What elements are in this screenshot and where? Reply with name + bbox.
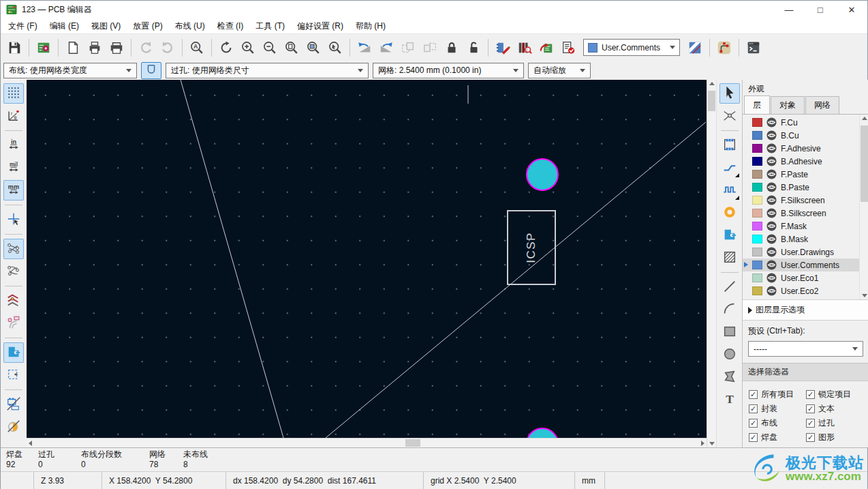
draw-circle-button[interactable] — [719, 344, 740, 365]
add-zone-button[interactable] — [719, 225, 740, 246]
scripting-console-button[interactable] — [743, 37, 764, 59]
units-mm-button[interactable]: mm — [3, 180, 24, 201]
preset-select[interactable]: ----- — [748, 341, 863, 357]
layer-row-user-drawings[interactable]: User.Drawings — [743, 246, 859, 258]
layer-color-swatch[interactable] — [752, 286, 762, 295]
sketch-footprints-button[interactable] — [3, 394, 24, 415]
horizontal-scroll-thumb[interactable] — [405, 439, 420, 447]
scroll-left-icon[interactable] — [29, 441, 32, 446]
layer-color-swatch[interactable] — [752, 144, 762, 153]
draw-line-button[interactable] — [719, 277, 740, 297]
curved-ratsnest-button[interactable] — [3, 261, 24, 282]
layer-visibility-eye-icon[interactable] — [766, 195, 777, 205]
vertical-scroll-thumb[interactable] — [708, 91, 715, 111]
layer-row-f-cu[interactable]: F.Cu — [743, 116, 859, 129]
layer-selector[interactable]: User.Comments — [583, 39, 680, 56]
draw-arc-button[interactable] — [719, 299, 740, 320]
layer-visibility-eye-icon[interactable] — [766, 117, 777, 128]
filter-checkbox-文本[interactable]: ✓文本 — [806, 402, 868, 416]
tune-length-button[interactable] — [719, 180, 740, 201]
units-mils-button[interactable]: mil — [3, 158, 24, 178]
drc-button[interactable] — [557, 37, 579, 59]
canvas-vertical-scrollbar[interactable] — [707, 80, 716, 447]
layer-visibility-eye-icon[interactable] — [766, 169, 777, 179]
grid-dots-button[interactable] — [3, 83, 24, 104]
tab-网络[interactable]: 网络 — [805, 96, 839, 114]
redo-button[interactable] — [157, 37, 179, 59]
zone-fill-button[interactable] — [3, 342, 24, 363]
layer-color-swatch[interactable] — [752, 222, 762, 231]
zoom-out-button[interactable] — [259, 37, 281, 59]
update-pcb-from-schematic-button[interactable] — [536, 37, 557, 59]
filter-checkbox-锁定项目[interactable]: ✓锁定项目 — [806, 387, 868, 402]
menu-e[interactable]: 编辑 (E) — [44, 18, 85, 34]
icsp-component-outline[interactable]: ICSP — [507, 210, 556, 285]
layer-row-user-eco2[interactable]: User.Eco2 — [743, 284, 859, 297]
layer-display-options-section[interactable]: 图层显示选项 — [743, 299, 868, 321]
add-via-button[interactable] — [719, 203, 740, 223]
layer-color-swatch[interactable] — [752, 118, 762, 127]
footprint-browser-button[interactable] — [514, 37, 536, 59]
zone-outline-button[interactable] — [3, 365, 24, 385]
rule-area-button[interactable] — [719, 248, 740, 268]
menu-p[interactable]: 放置 (P) — [127, 18, 168, 34]
save-button[interactable] — [3, 37, 25, 59]
layer-row-b-adhesive[interactable]: B.Adhesive — [743, 155, 859, 168]
group-button[interactable] — [397, 37, 419, 59]
zoom-in-button[interactable] — [237, 37, 259, 59]
tab-对象[interactable]: 对象 — [771, 96, 805, 114]
layer-row-user-comments[interactable]: User.Comments — [743, 258, 859, 271]
print-button[interactable] — [84, 37, 106, 59]
layer-row-b-cu[interactable]: B.Cu — [743, 129, 859, 142]
close-button[interactable]: ✕ — [836, 1, 867, 18]
menu-u[interactable]: 布线 (U) — [169, 18, 211, 34]
layer-color-swatch[interactable] — [752, 209, 762, 218]
ratsnest-button[interactable] — [3, 239, 24, 259]
layer-visibility-eye-icon[interactable] — [766, 208, 777, 218]
select-tool-button[interactable] — [719, 83, 740, 104]
footprint-editor-button[interactable] — [492, 37, 514, 59]
scroll-down-icon[interactable] — [709, 442, 715, 445]
maximize-button[interactable]: □ — [805, 1, 836, 18]
sketch-tracks-button[interactable] — [3, 291, 24, 311]
canvas-horizontal-scrollbar[interactable] — [27, 438, 707, 447]
layer-color-swatch[interactable] — [752, 196, 762, 205]
filter-checkbox-图形[interactable]: ✓图形 — [806, 430, 868, 445]
layer-row-f-adhesive[interactable]: F.Adhesive — [743, 142, 859, 155]
unlock-button[interactable] — [463, 37, 484, 59]
layer-row-b-silkscreen[interactable]: B.Silkscreen — [743, 207, 859, 220]
layer-visibility-eye-icon[interactable] — [766, 182, 777, 192]
auto-track-width-toggle-button[interactable] — [141, 62, 161, 79]
zoom-fit-objects-button[interactable] — [303, 37, 324, 59]
lock-button[interactable] — [441, 37, 463, 59]
layer-color-swatch[interactable] — [752, 248, 762, 256]
layer-row-user-eco1[interactable]: User.Eco1 — [743, 271, 859, 284]
layer-visibility-eye-icon[interactable] — [766, 260, 777, 270]
layer-visibility-eye-icon[interactable] — [766, 286, 777, 296]
ungroup-button[interactable] — [419, 37, 441, 59]
polar-coordinates-button[interactable]: rθ — [3, 106, 24, 126]
layer-row-b-mask[interactable]: B.Mask — [743, 233, 859, 246]
layer-visibility-eye-icon[interactable] — [766, 273, 777, 283]
layer-visibility-eye-icon[interactable] — [766, 221, 777, 231]
layer-color-swatch[interactable] — [752, 183, 762, 192]
track-width-select[interactable]: 布线: 使用网络类宽度 — [3, 63, 137, 78]
zoom-fit-page-button[interactable] — [281, 37, 303, 59]
menu-h[interactable]: 帮助 (H) — [350, 18, 392, 34]
grid-select[interactable]: 网格: 2.5400 mm (0.1000 in) — [373, 63, 524, 78]
add-footprint-button[interactable] — [719, 135, 740, 155]
layer-row-f-paste[interactable]: F.Paste — [743, 168, 859, 181]
draw-rectangle-button[interactable] — [719, 322, 740, 342]
page-settings-button[interactable] — [62, 37, 84, 59]
plot-button[interactable] — [106, 37, 127, 59]
scroll-down-icon[interactable] — [862, 294, 867, 297]
layer-visibility-eye-icon[interactable] — [766, 143, 777, 153]
layer-color-swatch[interactable] — [752, 157, 762, 166]
layer-color-swatch[interactable] — [752, 170, 762, 179]
filter-checkbox-所有项目[interactable]: ✓所有项目 — [749, 387, 806, 402]
crosshair-cursor-button[interactable] — [3, 209, 24, 230]
rotate-ccw-button[interactable] — [354, 37, 375, 59]
layer-visibility-eye-icon[interactable] — [766, 130, 777, 140]
high-contrast-button[interactable] — [3, 417, 24, 437]
menu-v[interactable]: 视图 (V) — [85, 18, 127, 34]
